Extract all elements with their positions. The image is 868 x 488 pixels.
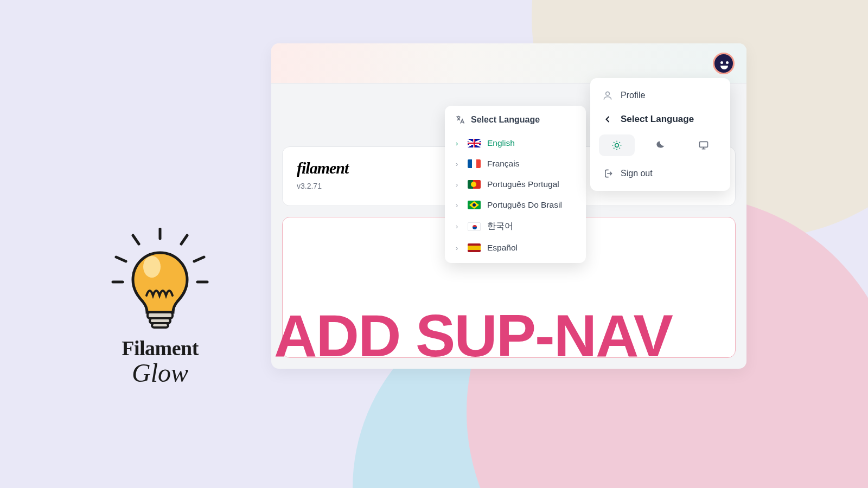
flag-kr-icon xyxy=(468,222,481,231)
lang-item-pt-pt[interactable]: › Português Portugal xyxy=(448,174,583,195)
lang-item-korean[interactable]: › 한국어 xyxy=(448,215,583,237)
chevron-right-icon: › xyxy=(456,201,461,209)
lang-item-pt-br[interactable]: › Português Do Brasil xyxy=(448,195,583,215)
flag-gb-icon xyxy=(468,139,481,147)
monitor-icon xyxy=(698,140,709,151)
logo-line2: Glow xyxy=(103,358,217,388)
flag-br-icon xyxy=(468,201,481,209)
flag-fr-icon xyxy=(468,159,481,168)
svg-line-2 xyxy=(181,235,187,244)
lang-label: Português Do Brasil xyxy=(487,200,562,210)
theme-light-button[interactable] xyxy=(599,134,635,156)
user-icon xyxy=(602,90,613,101)
svg-rect-10 xyxy=(152,323,168,328)
svg-rect-13 xyxy=(700,142,708,147)
svg-line-1 xyxy=(133,235,139,244)
select-language-label: Select Language xyxy=(621,114,694,125)
language-popover: Select Language › English › Français › P… xyxy=(445,106,586,263)
chevron-right-icon: › xyxy=(456,244,461,252)
flag-es-icon xyxy=(468,243,481,252)
lang-item-francais[interactable]: › Français xyxy=(448,153,583,174)
headline: ADD SUP-NAV xyxy=(274,301,672,370)
svg-line-3 xyxy=(116,257,126,261)
moon-icon xyxy=(655,140,666,151)
svg-point-12 xyxy=(615,144,619,147)
profile-label: Profile xyxy=(621,91,645,100)
lang-item-espanol[interactable]: › Español xyxy=(448,237,583,258)
chevron-right-icon: › xyxy=(456,139,461,147)
lang-label: 한국어 xyxy=(487,221,513,232)
flag-pt-icon xyxy=(468,180,481,189)
lang-label: English xyxy=(487,138,515,148)
theme-dark-button[interactable] xyxy=(642,134,678,156)
chevron-right-icon: › xyxy=(456,181,461,189)
logo-line1: Filament xyxy=(103,336,217,360)
sign-out-item[interactable]: Sign out xyxy=(595,162,726,185)
lang-item-english[interactable]: › English xyxy=(448,133,583,153)
translate-icon xyxy=(455,114,465,125)
sun-icon xyxy=(611,140,622,151)
avatar[interactable] xyxy=(713,53,735,74)
sign-out-label: Sign out xyxy=(621,169,653,178)
language-list: › English › Français › Português Portuga… xyxy=(445,133,586,263)
sign-out-icon xyxy=(602,168,613,179)
app-topbar xyxy=(271,43,746,84)
select-language-item[interactable]: Select Language xyxy=(595,107,726,131)
svg-point-7 xyxy=(143,256,161,278)
lang-label: Español xyxy=(487,243,518,253)
chevron-right-icon: › xyxy=(456,222,461,230)
svg-point-11 xyxy=(606,92,610,95)
filament-glow-logo: Filament Glow xyxy=(103,228,217,388)
theme-system-button[interactable] xyxy=(686,134,722,156)
profile-item[interactable]: Profile xyxy=(595,84,726,107)
language-popover-header: Select Language xyxy=(445,106,586,133)
lang-label: Français xyxy=(487,159,519,169)
language-popover-title: Select Language xyxy=(471,115,540,125)
svg-line-4 xyxy=(194,257,204,261)
lightbulb-icon xyxy=(103,228,217,331)
chevron-right-icon: › xyxy=(456,160,461,168)
user-menu-popover: Profile Select Language xyxy=(590,78,730,191)
chevron-left-icon xyxy=(602,114,613,125)
lang-label: Português Portugal xyxy=(487,179,559,189)
theme-switcher xyxy=(595,131,726,162)
